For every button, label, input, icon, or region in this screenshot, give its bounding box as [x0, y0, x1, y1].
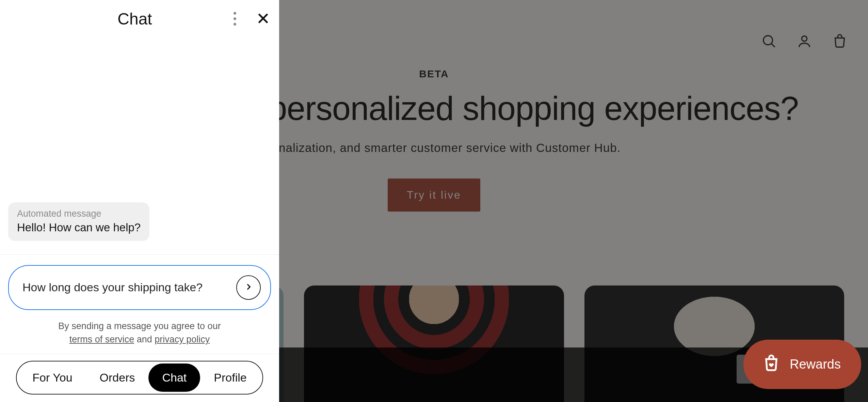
shopping-bag-heart-icon: [762, 354, 780, 375]
message-input[interactable]: [22, 281, 229, 294]
close-button[interactable]: [255, 10, 272, 28]
tab-for-you[interactable]: For You: [19, 364, 86, 392]
chat-body: Automated message Hello! How can we help…: [0, 37, 279, 354]
divider: [0, 254, 279, 255]
rewards-button[interactable]: Rewards: [743, 340, 861, 389]
message-input-container: [8, 265, 271, 310]
close-icon: [257, 21, 270, 26]
more-options-button[interactable]: [231, 10, 238, 28]
tab-pill: For You Orders Chat Profile: [16, 361, 263, 395]
rewards-label: Rewards: [790, 357, 841, 372]
chevron-right-icon: [244, 282, 253, 292]
terms-of-service-link[interactable]: terms of service: [69, 334, 134, 344]
chat-tab-bar: For You Orders Chat Profile: [0, 354, 279, 402]
legal-and: and: [134, 334, 155, 344]
tab-chat[interactable]: Chat: [148, 364, 200, 392]
tab-profile[interactable]: Profile: [200, 364, 260, 392]
automated-message-text: Hello! How can we help?: [17, 221, 141, 234]
automated-message-label: Automated message: [17, 208, 141, 219]
send-button[interactable]: [236, 275, 261, 300]
automated-message-bubble: Automated message Hello! How can we help…: [8, 202, 149, 241]
kebab-icon: [234, 12, 236, 26]
tab-orders[interactable]: Orders: [86, 364, 149, 392]
privacy-policy-link[interactable]: privacy policy: [155, 334, 210, 344]
chat-header: Chat: [0, 0, 279, 37]
legal-text: By sending a message you agree to our te…: [8, 320, 271, 346]
chat-panel: Chat Automated message Hello! How can we…: [0, 0, 279, 402]
chat-title: Chat: [38, 10, 231, 28]
legal-prefix: By sending a message you agree to our: [58, 321, 221, 331]
